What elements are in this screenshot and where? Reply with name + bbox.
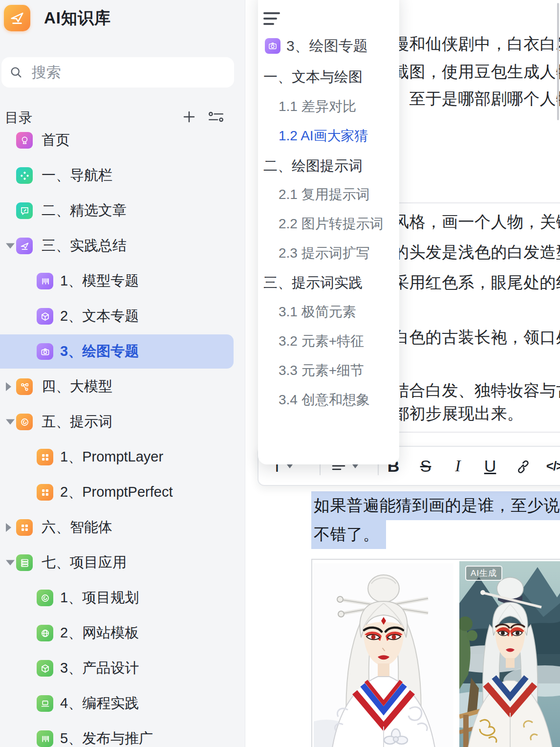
location-pin-icon — [16, 132, 33, 149]
app-logo-paper-plane-icon[interactable] — [4, 5, 30, 31]
chevron-right-icon[interactable] — [6, 382, 11, 391]
sidebar-item-label: 3、绘图专题 — [60, 342, 139, 361]
sidebar-item-label: 首页 — [42, 131, 70, 150]
selected-text-line-1: 如果普遍能猜到画的是谁，至少说明 — [311, 491, 560, 520]
outline-panel: 3、绘图专题 一、文本与绘图1.1 差异对比1.2 AI画大家猜二、绘图提示词2… — [258, 0, 399, 464]
sidebar-item-label: 4、编程实践 — [60, 694, 139, 713]
sidebar-item-label: 2、PromptPerfect — [60, 483, 172, 502]
sidebar-item-4[interactable]: 三、实践总结 — [0, 228, 245, 264]
sidebar-item-17[interactable]: 4、编程实践 — [0, 686, 245, 721]
scrollbar-thumb[interactable] — [557, 3, 559, 120]
sidebar-item-13[interactable]: 七、项目应用 — [0, 545, 245, 580]
chevron-right-icon[interactable] — [6, 523, 11, 532]
app-title: AI知识库 — [44, 7, 111, 29]
sidebar-item-label: 三、实践总结 — [42, 236, 127, 256]
chevron-down-icon[interactable] — [287, 464, 293, 468]
barcode-icon — [37, 730, 53, 747]
sidebar-nav: 首页一、导航栏二、精选文章三、实践总结1、模型专题2、文本专题3、绘图专题四、大… — [0, 123, 245, 747]
camera-icon — [265, 38, 280, 54]
selected-text-line-2: 不错了。 — [311, 520, 386, 549]
page: { "app": { "title": "AI知识库" }, "colors":… — [0, 0, 560, 747]
grid-icon — [16, 519, 33, 536]
grid-icon — [37, 449, 53, 465]
target-icon — [37, 590, 53, 606]
sidebar-item-label: 四、大模型 — [42, 377, 112, 396]
chevron-down-icon[interactable] — [6, 560, 15, 566]
hamburger-icon — [263, 12, 280, 14]
outline-item-7[interactable]: 2.3 提示词扩写 — [279, 243, 397, 263]
outline-item-12[interactable]: 3.4 创意和想象 — [279, 390, 397, 410]
image-block[interactable]: AI生成 掘金技术社区 @ 七号楼 — [311, 559, 560, 747]
strikethrough-button[interactable]: S — [414, 447, 437, 485]
sidebar-item-label: 3、产品设计 — [60, 659, 139, 678]
checklist-icon — [208, 110, 224, 123]
sidebar-item-7[interactable]: 3、绘图专题 — [0, 334, 245, 369]
link-button[interactable] — [511, 447, 534, 485]
plus-icon — [182, 110, 196, 124]
outline-title-row[interactable]: 3、绘图专题 — [265, 37, 368, 55]
laptop-icon — [37, 695, 53, 712]
cube-icon — [37, 308, 53, 325]
barcode-icon — [37, 273, 53, 289]
sidebar-item-label: 1、PromptLayer — [60, 447, 163, 467]
sidebar-item-label: 2、文本专题 — [60, 307, 139, 326]
outline-item-9[interactable]: 3.1 极简元素 — [279, 302, 397, 322]
cube-icon — [37, 660, 53, 677]
character-illustration-left — [314, 563, 453, 747]
search-placeholder: 搜索 — [32, 63, 61, 83]
outline-item-8[interactable]: 三、提示词实践 — [263, 273, 397, 292]
sidebar-item-3[interactable]: 二、精选文章 — [0, 193, 245, 228]
sidebar-item-6[interactable]: 2、文本专题 — [0, 299, 245, 334]
sidebar-item-15[interactable]: 2、网站模板 — [0, 615, 245, 651]
outline-item-3[interactable]: 1.2 AI画大家猜 — [279, 126, 397, 146]
sidebar-item-label: 六、智能体 — [42, 518, 112, 537]
document-area: 在很多的动漫和仙侠剧中，白衣白发放一张人物截图，使用豆包生成人物看看效果吧。至于… — [245, 0, 560, 747]
chevron-down-icon[interactable] — [6, 243, 15, 249]
sidebar-item-11[interactable]: 2、PromptPerfect — [0, 475, 245, 510]
sidebar: AI知识库 搜索 目录 首页一、导航栏二、精选文章三、实践总结1、模型专题2、文… — [0, 0, 245, 747]
sidebar-item-label: 1、模型专题 — [60, 271, 139, 291]
sidebar-item-label: 5、发布与推广 — [60, 729, 153, 747]
sidebar-item-label: 七、项目应用 — [42, 553, 127, 572]
outline-item-5[interactable]: 2.1 复用提示词 — [279, 185, 397, 204]
sidebar-item-label: 1、项目规划 — [60, 588, 139, 608]
italic-button[interactable]: I — [446, 447, 470, 485]
sidebar-item-label: 2、网站模板 — [60, 623, 139, 643]
chevron-down-icon[interactable] — [352, 464, 358, 468]
stack-icon — [16, 554, 33, 571]
outline-item-6[interactable]: 2.2 图片转提示词 — [279, 214, 397, 234]
sidebar-item-10[interactable]: 1、PromptLayer — [0, 439, 245, 475]
sidebar-item-12[interactable]: 六、智能体 — [0, 510, 245, 545]
sidebar-item-1[interactable]: 首页 — [0, 123, 245, 158]
sidebar-item-label: 五、提示词 — [42, 412, 112, 432]
sidebar-item-18[interactable]: 5、发布与推广 — [0, 721, 245, 747]
app-header: AI知识库 — [4, 4, 111, 32]
sidebar-item-14[interactable]: 1、项目规划 — [0, 580, 245, 615]
camera-icon — [37, 343, 53, 360]
sidebar-item-2[interactable]: 一、导航栏 — [0, 158, 245, 193]
chevron-down-icon[interactable] — [6, 419, 15, 425]
outline-item-1[interactable]: 一、文本与绘图 — [263, 67, 397, 87]
nodes-icon — [16, 378, 33, 395]
sidebar-item-5[interactable]: 1、模型专题 — [0, 264, 245, 299]
outline-item-4[interactable]: 二、绘图提示词 — [263, 156, 397, 176]
character-illustration-right — [459, 561, 560, 747]
compass-icon — [16, 167, 33, 184]
globe-icon — [37, 625, 53, 641]
paper-plane-icon — [16, 238, 33, 254]
sidebar-item-8[interactable]: 四、大模型 — [0, 369, 245, 404]
underline-button[interactable]: U — [478, 447, 502, 485]
outline-item-10[interactable]: 3.2 元素+特征 — [279, 331, 397, 351]
outline-toggle-button[interactable] — [263, 12, 281, 26]
selected-paragraph[interactable]: 如果普遍能猜到画的是谁，至少说明 不错了。 — [311, 491, 560, 549]
outline-item-2[interactable]: 1.1 差异对比 — [279, 97, 397, 116]
search-icon — [9, 66, 23, 79]
ai-generated-badge: AI生成 — [465, 566, 502, 581]
code-button[interactable]: </> — [543, 447, 560, 485]
outline-title: 3、绘图专题 — [286, 36, 368, 56]
outline-item-11[interactable]: 3.3 元素+细节 — [279, 361, 397, 380]
grid-icon — [37, 484, 53, 501]
sidebar-item-16[interactable]: 3、产品设计 — [0, 651, 245, 686]
sidebar-item-9[interactable]: 五、提示词 — [0, 404, 245, 439]
search-input[interactable]: 搜索 — [1, 57, 234, 88]
